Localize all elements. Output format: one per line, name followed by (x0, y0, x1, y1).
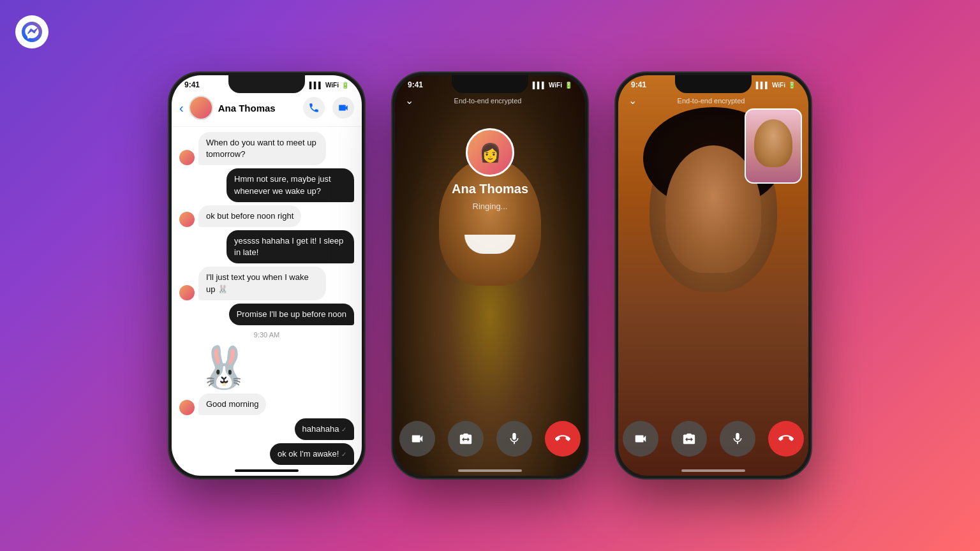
msg-bubble: I'll just text you when I wake up 🐰 (198, 267, 326, 300)
end-call-button-active[interactable] (768, 421, 804, 457)
msg-bubble: ok but before noon right (198, 205, 301, 227)
caller-info: 👩 Ana Thomas Ringing... (395, 128, 585, 211)
msg-row: ok but before noon right (179, 205, 354, 227)
phones-container: 9:41 ▌▌▌ WiFi 🔋 ‹ Ana Thomas (0, 0, 980, 551)
status-bar-active: 9:41 ▌▌▌ WiFi 🔋 (618, 75, 808, 92)
back-button[interactable]: ‹ (179, 101, 184, 115)
voice-call-button[interactable] (303, 97, 325, 119)
call-header: ⌄ End-to-end encrypted (395, 92, 585, 109)
notch (228, 75, 305, 93)
caller-name: Ana Thomas (452, 182, 528, 196)
msg-row: ok ok I'm awake! ✓ (179, 443, 354, 465)
avatar (179, 212, 195, 227)
time-active: 9:41 (631, 80, 646, 89)
avatar (179, 150, 195, 165)
chat-header: ‹ Ana Thomas (172, 92, 362, 127)
msg-row: Promise I'll be up before noon (179, 304, 354, 325)
status-icons-active: ▌▌▌ WiFi 🔋 (756, 82, 796, 89)
video-call-button[interactable] (332, 97, 354, 119)
video-toggle-button-active[interactable] (623, 421, 658, 457)
call-header-active: ⌄ End-to-end encrypted (618, 92, 808, 109)
end-call-button[interactable] (545, 421, 581, 457)
msg-bubble: yessss hahaha I get it! I sleep in late! (226, 230, 354, 263)
e2e-label: End-to-end encrypted (419, 97, 557, 105)
call-controls (395, 421, 585, 457)
status-icons-chat: ▌▌▌ WiFi 🔋 (309, 82, 349, 89)
flip-camera-button-active[interactable] (671, 421, 707, 457)
home-indicator (235, 469, 299, 472)
phone-video-active: 9:41 ▌▌▌ WiFi 🔋 ⌄ End-to-end encrypted (614, 71, 812, 480)
flip-camera-button[interactable] (448, 421, 484, 457)
status-bar-call: 9:41 ▌▌▌ WiFi 🔋 (395, 75, 585, 92)
msg-row: Hmm not sure, maybe just whenever we wak… (179, 168, 354, 202)
contact-name[interactable]: Ana Thomas (218, 103, 298, 114)
time-chat: 9:41 (184, 80, 200, 89)
caller-avatar: 👩 (466, 128, 514, 177)
msg-bubble: ok ok I'm awake! ✓ (270, 443, 354, 465)
msg-bubble: Good morning (198, 393, 266, 415)
phone-video-call: 9:41 ▌▌▌ WiFi 🔋 ⌄ End-to-end encrypted 👩… (391, 71, 589, 480)
mute-button-active[interactable] (720, 421, 755, 457)
mute-button[interactable] (496, 421, 532, 457)
msg-row: Good morning (179, 393, 354, 415)
sticker-container: 🐰 (179, 344, 354, 390)
home-indicator (681, 469, 745, 472)
call-controls-active (618, 421, 808, 457)
phone-chat: 9:41 ▌▌▌ WiFi 🔋 ‹ Ana Thomas (168, 71, 366, 480)
msg-bubble: Hmm not sure, maybe just whenever we wak… (226, 168, 354, 202)
messages-list: When do you want to meet up tomorrow? Hm… (172, 127, 362, 476)
video-toggle-button[interactable] (399, 421, 435, 457)
chat-body: When do you want to meet up tomorrow? Hm… (172, 127, 362, 476)
contact-avatar[interactable] (189, 96, 213, 120)
msg-row: I'll just text you when I wake up 🐰 (179, 267, 354, 300)
minimize-chevron[interactable]: ⌄ (405, 94, 413, 107)
home-indicator (458, 469, 522, 472)
msg-bubble: hahahaha ✓ (295, 418, 354, 440)
msg-bubble: When do you want to meet up tomorrow? (198, 132, 326, 165)
chat-action-buttons (303, 97, 354, 119)
sticker: 🐰 (198, 347, 249, 388)
minimize-chevron-active[interactable]: ⌄ (628, 94, 637, 107)
caller-status: Ringing... (473, 202, 508, 211)
e2e-label-active: End-to-end encrypted (642, 97, 780, 105)
msg-row: hahahaha ✓ (179, 418, 354, 440)
msg-row: yessss hahaha I get it! I sleep in late! (179, 230, 354, 263)
messenger-logo (15, 15, 48, 48)
msg-row: When do you want to meet up tomorrow? (179, 132, 354, 165)
msg-bubble: Promise I'll be up before noon (229, 304, 354, 325)
avatar (179, 285, 195, 300)
avatar (179, 400, 195, 415)
message-timestamp: 9:30 AM (179, 331, 354, 339)
status-icons-call: ▌▌▌ WiFi 🔋 (533, 82, 572, 89)
time-call: 9:41 (408, 80, 423, 89)
